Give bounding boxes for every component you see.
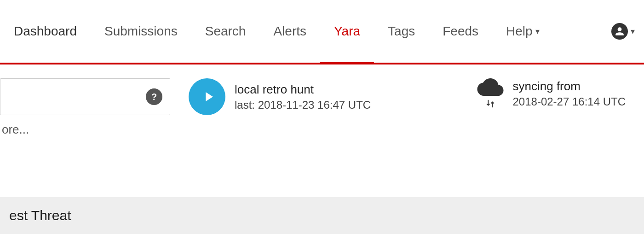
nav-item-feeds[interactable]: Feeds	[429, 0, 492, 63]
navbar: Dashboard Submissions Search Alerts Yara…	[0, 0, 644, 64]
nav-label-help: Help	[506, 24, 533, 39]
cloud-icon	[477, 78, 504, 98]
sync-date: 2018-02-27 16:14 UTC	[513, 95, 626, 108]
help-circle-button[interactable]: ?	[146, 88, 162, 105]
nav-item-yara[interactable]: Yara	[320, 1, 374, 64]
user-avatar-icon	[611, 23, 628, 40]
nav-label-alerts: Alerts	[273, 24, 306, 39]
bottom-section: est Threat	[0, 197, 644, 234]
hunt-title: local retro hunt	[235, 82, 371, 97]
search-box-wrap: ?	[0, 78, 170, 115]
right-panel: syncing from 2018-02-27 16:14 UTC	[459, 78, 644, 109]
nav-label-submissions: Submissions	[104, 24, 178, 39]
nav-items: Dashboard Submissions Search Alerts Yara…	[0, 0, 553, 63]
nav-label-search: Search	[205, 24, 246, 39]
user-dropdown-arrow: ▾	[631, 26, 635, 36]
nav-label-feeds: Feeds	[443, 24, 478, 39]
sync-title: syncing from	[513, 79, 626, 94]
nav-right: ▾	[611, 23, 644, 40]
help-circle-label: ?	[151, 92, 157, 102]
nav-label-dashboard: Dashboard	[14, 24, 77, 39]
yara-search-input[interactable]	[8, 91, 146, 103]
nav-item-alerts[interactable]: Alerts	[259, 0, 320, 63]
sync-info: syncing from 2018-02-27 16:14 UTC	[513, 79, 626, 108]
nav-item-help[interactable]: Help ▾	[492, 0, 553, 63]
center-panel: local retro hunt last: 2018-11-23 16:47 …	[170, 78, 459, 115]
more-link[interactable]: ore...	[0, 123, 170, 137]
nav-label-tags: Tags	[388, 24, 415, 39]
play-retro-hunt-button[interactable]	[189, 78, 225, 115]
nav-item-dashboard[interactable]: Dashboard	[0, 0, 91, 63]
bottom-title: est Threat	[9, 208, 71, 223]
hunt-info: local retro hunt last: 2018-11-23 16:47 …	[235, 82, 371, 111]
help-dropdown-arrow: ▾	[535, 26, 540, 36]
user-menu[interactable]: ▾	[611, 23, 635, 40]
left-panel: ? ore...	[0, 78, 170, 137]
sync-icon-group	[477, 78, 504, 109]
nav-item-tags[interactable]: Tags	[374, 0, 429, 63]
nav-item-submissions[interactable]: Submissions	[91, 0, 191, 63]
nav-label-yara: Yara	[334, 24, 360, 39]
more-link-label: ore...	[2, 123, 29, 136]
nav-item-search[interactable]: Search	[191, 0, 260, 63]
hunt-last-date: last: 2018-11-23 16:47 UTC	[235, 99, 371, 111]
transfer-arrows-icon	[485, 99, 495, 109]
